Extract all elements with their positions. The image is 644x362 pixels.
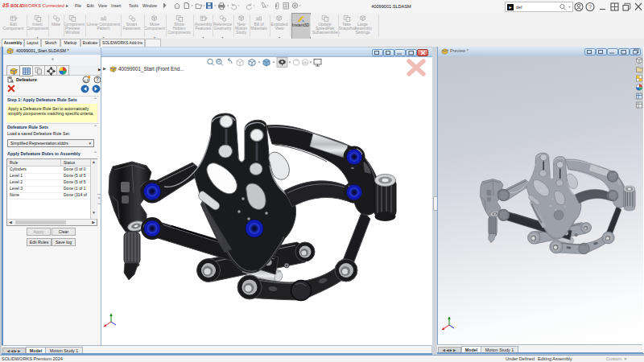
svg-text:?: ? xyxy=(588,3,592,10)
svg-text:?: ? xyxy=(96,76,99,82)
